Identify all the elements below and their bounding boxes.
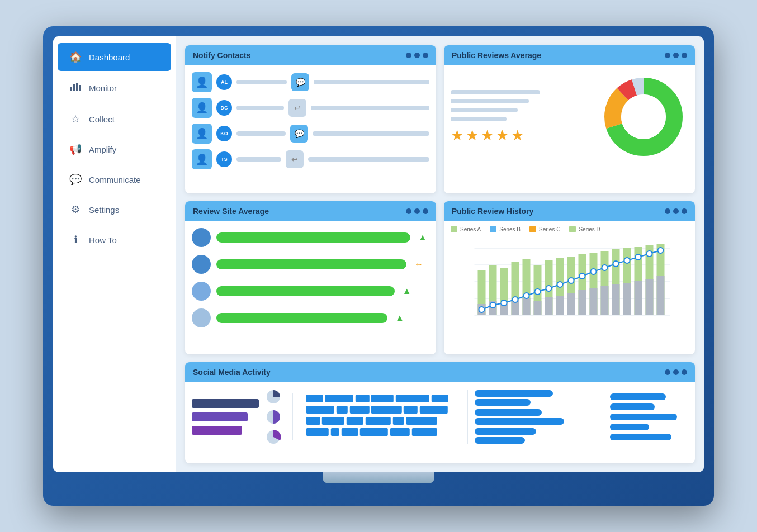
bar-fill-3: [216, 286, 395, 296]
social-chart-svg: [300, 393, 456, 438]
dot-r1: [665, 53, 670, 58]
contact-avatar-ts: 👤: [192, 149, 212, 169]
contact-action-reply-dc[interactable]: ↩: [288, 99, 306, 117]
sidebar-item-howto[interactable]: ℹ How To: [58, 226, 171, 254]
review-site-title: Review Site Average: [193, 207, 269, 216]
star-5: ★: [511, 127, 524, 144]
social-far-bar-5: [610, 434, 671, 440]
review-site-dots: [406, 208, 428, 214]
svg-rect-81: [306, 417, 320, 425]
communicate-icon: 💬: [69, 173, 82, 186]
star-2: ★: [466, 127, 479, 144]
contact-badge-ts: TS: [216, 151, 232, 167]
contact-action-chat-ko[interactable]: 💬: [290, 125, 308, 142]
pie-chart-2: [266, 409, 281, 425]
sidebar-label-amplify: Amplify: [89, 145, 116, 154]
sidebar-item-settings[interactable]: ⚙ Settings: [58, 196, 171, 224]
legend-label-1: Series A: [460, 226, 481, 232]
legend-item-3: Series C: [529, 226, 560, 232]
svg-rect-70: [325, 395, 353, 402]
svg-point-63: [636, 254, 641, 260]
social-right-bar-3b: [475, 437, 525, 444]
star-3: ★: [481, 127, 494, 144]
bar-arrow-1: ▲: [416, 232, 429, 243]
sidebar-item-dashboard[interactable]: 🏠 Dashboard: [58, 43, 171, 71]
public-reviews-dots: [665, 53, 687, 58]
svg-point-62: [624, 258, 630, 263]
info-icon: ℹ: [69, 234, 82, 246]
sidebar-label-monitor: Monitor: [89, 83, 117, 93]
svg-rect-36: [523, 298, 531, 315]
dot-s2: [414, 208, 420, 214]
sidebar-item-amplify[interactable]: 📢 Amplify: [58, 135, 171, 163]
dot-m3: [682, 369, 687, 375]
contact-row-ko: 👤 KO 💬: [192, 124, 429, 144]
contact-action-reply-ts[interactable]: ↩: [286, 150, 304, 168]
review-history-card: Public Review History Series A: [444, 201, 695, 354]
public-reviews-title: Public Reviews Average: [452, 51, 541, 60]
review-line-3: [451, 108, 518, 112]
svg-point-58: [580, 273, 585, 279]
sidebar: 🏠 Dashboard Monitor ☆ Collect 📢 Amplify …: [53, 36, 176, 472]
bar-circle-3: [192, 282, 211, 301]
svg-rect-91: [390, 428, 410, 436]
review-site-body: ▲ ↔ ▲ ▲: [185, 221, 436, 342]
social-right-bars: [467, 390, 592, 444]
monitor-screen: 🏠 Dashboard Monitor ☆ Collect 📢 Amplify …: [53, 36, 704, 472]
social-right-group-3: [475, 428, 592, 444]
review-site-header: Review Site Average: [185, 201, 436, 221]
svg-point-52: [513, 297, 518, 302]
social-bar-3: [192, 426, 242, 435]
sidebar-label-dashboard: Dashboard: [89, 53, 130, 62]
svg-rect-71: [356, 395, 370, 402]
contact-line-ko: [236, 131, 286, 136]
bar-circle-1: [192, 228, 211, 247]
contact-badge-al: AL: [216, 74, 232, 90]
svg-rect-72: [371, 395, 394, 402]
social-right-bar-2b: [475, 418, 564, 425]
svg-rect-82: [322, 417, 344, 425]
svg-rect-90: [360, 428, 388, 436]
svg-point-59: [591, 269, 597, 274]
svg-rect-40: [567, 293, 575, 315]
contact-line-right-ko: [313, 131, 429, 136]
svg-rect-76: [337, 406, 348, 414]
svg-rect-78: [371, 406, 402, 414]
svg-rect-47: [646, 279, 654, 315]
sidebar-item-monitor[interactable]: Monitor: [58, 73, 171, 103]
review-site-card: Review Site Average ▲: [185, 201, 436, 354]
contact-action-chat-al[interactable]: 💬: [291, 73, 309, 91]
svg-point-53: [524, 293, 529, 298]
svg-rect-2: [76, 83, 78, 91]
star-4: ★: [496, 127, 509, 144]
social-media-body: [185, 382, 695, 452]
svg-point-51: [501, 300, 507, 306]
contact-badge-dc: DC: [216, 100, 232, 116]
sidebar-item-collect[interactable]: ☆ Collect: [58, 105, 171, 133]
sidebar-item-communicate[interactable]: 💬 Communicate: [58, 165, 171, 193]
svg-rect-89: [342, 428, 358, 436]
svg-rect-41: [579, 290, 586, 315]
bar-fill-2: [216, 259, 406, 269]
social-right-group-1: [475, 390, 592, 406]
donut-chart: [599, 72, 688, 162]
contact-avatar-al: 👤: [192, 72, 212, 92]
svg-point-64: [647, 251, 652, 256]
svg-point-55: [546, 286, 552, 291]
monitor-stand: [323, 472, 434, 483]
svg-rect-44: [612, 284, 620, 315]
review-line-2: [451, 99, 529, 103]
bar-circle-2: [192, 255, 211, 274]
contact-line-right-dc: [311, 106, 429, 110]
main-content: Notify Contacts 👤 AL 💬: [176, 36, 704, 472]
notify-contacts-header: Notify Contacts: [185, 45, 436, 65]
bar-row-3: ▲: [192, 282, 429, 301]
svg-rect-92: [412, 428, 437, 436]
dot-s3: [423, 208, 428, 214]
contact-line-dc: [236, 106, 284, 110]
contact-line-right-al: [314, 80, 429, 84]
dot-r2: [673, 53, 679, 58]
social-media-header: Social Media Activity: [185, 362, 695, 382]
legend-label-3: Series C: [539, 226, 560, 232]
bar-row-2: ↔: [192, 255, 429, 274]
